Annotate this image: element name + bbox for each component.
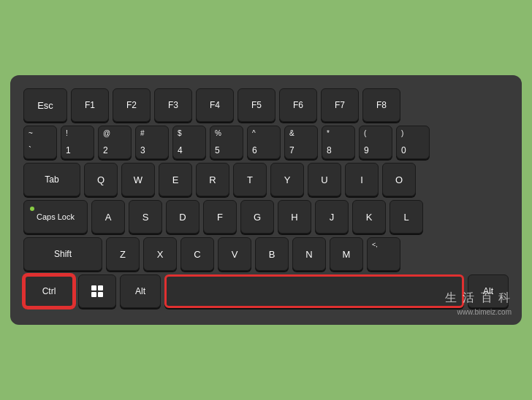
key-2[interactable]: @2 bbox=[98, 126, 132, 159]
key-e[interactable]: E bbox=[159, 163, 192, 196]
key-f8[interactable]: F8 bbox=[362, 88, 400, 122]
key-a[interactable]: A bbox=[91, 200, 125, 234]
key-7[interactable]: &7 bbox=[284, 126, 318, 159]
keyboard-row-6: Ctrl Alt Alt bbox=[23, 274, 509, 308]
key-s[interactable]: S bbox=[129, 200, 162, 234]
keyboard-row-4: Caps Lock A S D F G H J K L bbox=[23, 200, 509, 234]
key-alt-left[interactable]: Alt bbox=[120, 274, 161, 308]
key-f7[interactable]: F7 bbox=[321, 88, 359, 122]
key-ctrl[interactable]: Ctrl bbox=[23, 274, 75, 308]
key-y[interactable]: Y bbox=[270, 163, 304, 196]
key-tilde[interactable]: ~` bbox=[23, 126, 57, 159]
key-k[interactable]: K bbox=[352, 200, 386, 234]
key-u[interactable]: U bbox=[308, 163, 341, 196]
key-win[interactable] bbox=[78, 274, 116, 308]
keyboard: Esc F1 F2 F3 F4 F5 F6 F7 F8 ~` !1 @2 #3 … bbox=[10, 75, 522, 325]
key-z[interactable]: Z bbox=[106, 237, 140, 271]
key-i[interactable]: I bbox=[345, 163, 379, 196]
key-w[interactable]: W bbox=[121, 163, 155, 196]
key-c[interactable]: C bbox=[180, 237, 214, 271]
key-caps-lock[interactable]: Caps Lock bbox=[23, 200, 88, 234]
watermark: 生 活 百 科 www.bimeiz.com bbox=[445, 289, 512, 318]
key-f5[interactable]: F5 bbox=[238, 88, 276, 122]
key-b[interactable]: B bbox=[255, 237, 289, 271]
key-8[interactable]: *8 bbox=[322, 126, 355, 159]
key-comma[interactable]: <, bbox=[367, 237, 400, 271]
key-f1[interactable]: F1 bbox=[71, 88, 109, 122]
key-space[interactable] bbox=[164, 274, 464, 308]
key-f[interactable]: F bbox=[203, 200, 237, 234]
key-t[interactable]: T bbox=[233, 163, 267, 196]
key-4[interactable]: $4 bbox=[172, 126, 206, 159]
key-l[interactable]: L bbox=[390, 200, 423, 234]
key-h[interactable]: H bbox=[278, 200, 311, 234]
key-n[interactable]: N bbox=[292, 237, 326, 271]
key-esc[interactable]: Esc bbox=[23, 88, 67, 122]
keyboard-row-5: Shift Z X C V B N M <, bbox=[23, 237, 509, 271]
key-shift[interactable]: Shift bbox=[23, 237, 102, 271]
key-d[interactable]: D bbox=[166, 200, 200, 234]
key-r[interactable]: R bbox=[196, 163, 229, 196]
key-x[interactable]: X bbox=[143, 237, 177, 271]
windows-icon bbox=[91, 285, 103, 297]
key-f4[interactable]: F4 bbox=[196, 88, 234, 122]
caps-lock-indicator bbox=[30, 207, 34, 211]
key-o[interactable]: O bbox=[382, 163, 416, 196]
key-6[interactable]: ^6 bbox=[247, 126, 281, 159]
key-1[interactable]: !1 bbox=[61, 126, 94, 159]
key-9[interactable]: (9 bbox=[359, 126, 392, 159]
key-3[interactable]: #3 bbox=[135, 126, 169, 159]
watermark-url: www.bimeiz.com bbox=[445, 307, 512, 318]
key-f3[interactable]: F3 bbox=[154, 88, 192, 122]
keyboard-row-3: Tab Q W E R T Y U I O bbox=[23, 163, 509, 196]
key-5[interactable]: %5 bbox=[210, 126, 243, 159]
key-tab[interactable]: Tab bbox=[23, 163, 80, 196]
keyboard-row-2: ~` !1 @2 #3 $4 %5 ^6 &7 *8 (9 )0 bbox=[23, 126, 509, 159]
key-v[interactable]: V bbox=[218, 237, 251, 271]
key-f2[interactable]: F2 bbox=[113, 88, 151, 122]
watermark-chinese: 生 活 百 科 bbox=[445, 289, 512, 307]
key-m[interactable]: M bbox=[330, 237, 363, 271]
key-f6[interactable]: F6 bbox=[279, 88, 317, 122]
keyboard-row-1: Esc F1 F2 F3 F4 F5 F6 F7 F8 bbox=[23, 88, 509, 122]
key-j[interactable]: J bbox=[315, 200, 349, 234]
key-g[interactable]: G bbox=[240, 200, 274, 234]
key-q[interactable]: Q bbox=[84, 163, 118, 196]
key-0[interactable]: )0 bbox=[396, 126, 430, 159]
